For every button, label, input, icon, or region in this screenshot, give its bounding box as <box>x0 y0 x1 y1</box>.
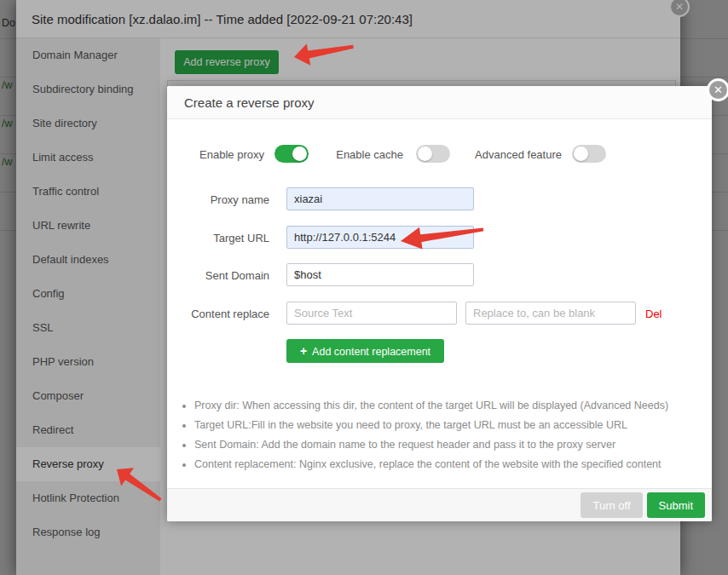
enable-cache-label: Enable cache <box>321 148 403 161</box>
help-notes: Proxy dir: When accessing this dir, the … <box>194 398 697 476</box>
turn-off-button[interactable]: Turn off <box>581 492 642 518</box>
note-proxy-dir: Proxy dir: When accessing this dir, the … <box>194 398 697 413</box>
enable-proxy-toggle[interactable] <box>274 145 309 163</box>
proxy-modal-footer: Turn off Submit <box>167 488 712 521</box>
toggle-knob <box>574 147 588 161</box>
delete-replacement-link[interactable]: Del <box>645 308 662 320</box>
advanced-feature-toggle[interactable] <box>572 145 606 163</box>
close-icon[interactable]: ✕ <box>707 78 728 101</box>
target-url-input[interactable] <box>286 226 474 249</box>
content-replace-target-input[interactable] <box>465 302 636 325</box>
enable-cache-toggle[interactable] <box>416 145 450 163</box>
add-content-replacement-label: Add content replacement <box>312 346 430 358</box>
proxy-modal-title: Create a reverse proxy <box>184 86 315 119</box>
content-replace-source-input[interactable] <box>286 302 457 325</box>
content-replace-label: Content replace <box>167 308 269 320</box>
submit-button[interactable]: Submit <box>647 492 705 518</box>
enable-proxy-label: Enable proxy <box>167 148 264 161</box>
create-reverse-proxy-modal: Create a reverse proxy ✕ Enable proxy En… <box>167 86 712 521</box>
note-sent-domain: Sent Domain: Add the domain name to the … <box>194 437 697 452</box>
note-content-replacement: Content replacement: Nginx exclusive, re… <box>194 457 697 472</box>
proxy-modal-header: Create a reverse proxy <box>167 86 712 119</box>
note-target-url: Target URL:Fill in the website you need … <box>194 417 697 433</box>
screen: Do /w /w /w Site modification [xz.dalao.… <box>0 0 728 575</box>
target-url-label: Target URL <box>167 232 269 244</box>
toggle-knob <box>292 147 307 161</box>
plus-icon: + <box>300 344 307 358</box>
proxy-name-input[interactable] <box>286 187 474 210</box>
sent-domain-input[interactable] <box>286 263 474 286</box>
add-content-replacement-button[interactable]: +Add content replacement <box>286 339 444 363</box>
proxy-name-label: Proxy name <box>167 193 269 206</box>
sent-domain-label: Sent Domain <box>167 269 269 282</box>
toggle-knob <box>418 147 432 161</box>
advanced-feature-label: Advanced feature <box>465 148 562 161</box>
